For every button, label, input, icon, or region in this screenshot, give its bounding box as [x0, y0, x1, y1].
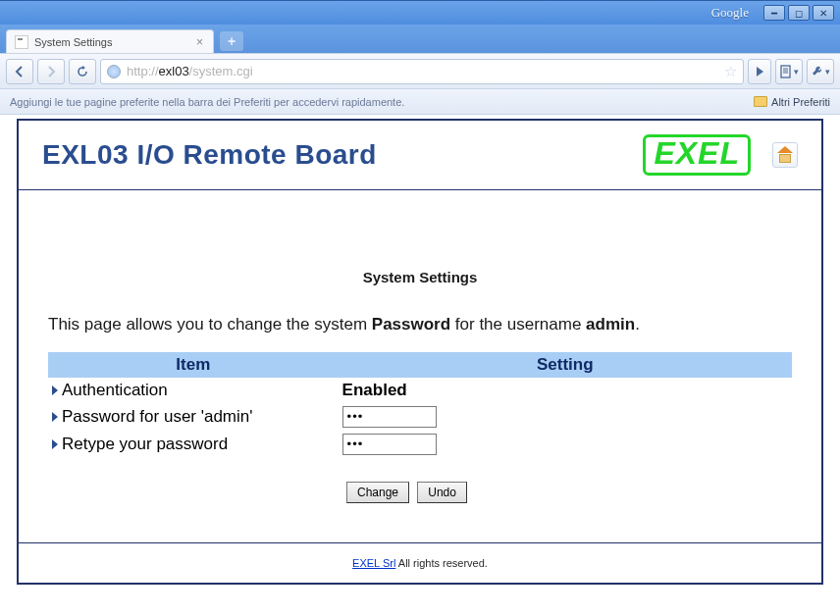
footer-company-link[interactable]: EXEL Srl	[352, 557, 395, 569]
table-row: Retype your password	[48, 431, 792, 458]
url-scheme: http://	[127, 64, 159, 78]
other-bookmarks-button[interactable]: Altri Preferiti	[754, 96, 830, 108]
close-window-button[interactable]: ✕	[813, 5, 834, 21]
page-header: EXL03 I/O Remote Board EXEL	[19, 121, 821, 190]
row-arrow-icon	[52, 439, 58, 449]
folder-icon	[754, 96, 767, 107]
page-heading: System Settings	[48, 269, 792, 285]
row-arrow-icon	[52, 385, 58, 395]
tools-menu-button[interactable]: ▾	[807, 59, 834, 84]
footer-rights-text: All rights reserved.	[395, 557, 488, 569]
maximize-button[interactable]: ◻	[788, 5, 810, 21]
reload-icon	[76, 65, 89, 78]
retype-password-input[interactable]	[342, 434, 437, 455]
dropdown-caret-icon: ▾	[825, 67, 830, 77]
item-label: Authentication	[62, 381, 168, 399]
intro-suffix: .	[635, 315, 640, 334]
back-button[interactable]	[6, 59, 33, 84]
page-menu-button[interactable]: ▾	[775, 59, 803, 84]
url-path: /system.cgi	[189, 64, 253, 78]
settings-table: Item Setting Authentication Enabled Pass…	[48, 352, 792, 458]
window-title-bar: Google ━ ◻ ✕	[0, 0, 840, 25]
intro-username: admin	[586, 315, 635, 334]
browser-tab[interactable]: System Settings ×	[6, 29, 214, 53]
tab-title: System Settings	[34, 36, 112, 48]
svg-rect-0	[781, 66, 790, 77]
item-label: Password for user 'admin'	[62, 407, 253, 426]
address-bar[interactable]: http://exl03/system.cgi ☆	[100, 59, 744, 84]
board-title: EXL03 I/O Remote Board	[42, 139, 377, 171]
authentication-value: Enabled	[339, 378, 792, 403]
item-label: Retype your password	[62, 435, 228, 453]
col-item-header: Item	[48, 352, 339, 378]
browser-toolbar: http://exl03/system.cgi ☆ ▾ ▾	[0, 54, 840, 89]
row-arrow-icon	[52, 412, 58, 422]
dropdown-caret-icon: ▾	[794, 67, 799, 77]
wrench-icon	[811, 65, 824, 78]
bookmarks-bar: Aggiungi le tue pagine preferite nella b…	[0, 89, 840, 115]
table-row: Authentication Enabled	[48, 378, 792, 403]
change-button[interactable]: Change	[346, 482, 409, 503]
home-button[interactable]	[772, 142, 798, 168]
go-button[interactable]	[748, 59, 771, 84]
home-icon	[777, 147, 793, 163]
other-bookmarks-label: Altri Preferiti	[771, 96, 830, 108]
page-viewport[interactable]: EXL03 I/O Remote Board EXEL System Setti…	[0, 115, 840, 616]
form-button-row: Change Undo	[48, 482, 792, 503]
google-brand-label: Google	[711, 5, 749, 21]
arrow-left-icon	[14, 66, 26, 77]
url-host: exl03	[159, 64, 189, 78]
document-icon	[779, 65, 793, 78]
tab-close-icon[interactable]: ×	[196, 35, 203, 49]
play-icon	[755, 66, 764, 77]
forward-button[interactable]	[37, 59, 65, 84]
page-favicon-icon	[15, 35, 28, 49]
table-row: Password for user 'admin'	[48, 403, 792, 431]
intro-password-keyword: Password	[372, 315, 450, 334]
table-header-row: Item Setting	[48, 352, 792, 378]
minimize-button[interactable]: ━	[763, 5, 785, 21]
password-input[interactable]	[342, 406, 437, 428]
col-setting-header: Setting	[339, 352, 792, 378]
undo-button[interactable]: Undo	[417, 482, 467, 503]
intro-text: This page allows you to change the syste…	[48, 315, 792, 334]
tab-strip: System Settings × +	[0, 25, 840, 54]
site-identity-icon	[107, 65, 121, 78]
arrow-right-icon	[45, 66, 57, 77]
bookmark-star-icon[interactable]: ☆	[724, 63, 737, 80]
reload-button[interactable]	[69, 59, 96, 84]
new-tab-button[interactable]: +	[220, 31, 243, 51]
bookmarks-hint-text: Aggiungi le tue pagine preferite nella b…	[10, 96, 404, 108]
intro-mid: for the username	[450, 315, 586, 334]
page-footer: EXEL Srl All rights reserved.	[19, 542, 821, 583]
intro-prefix: This page allows you to change the syste…	[48, 315, 372, 334]
page-container: EXL03 I/O Remote Board EXEL System Setti…	[17, 119, 823, 585]
brand-logo: EXEL	[643, 134, 751, 176]
page-body: System Settings This page allows you to …	[19, 190, 821, 542]
